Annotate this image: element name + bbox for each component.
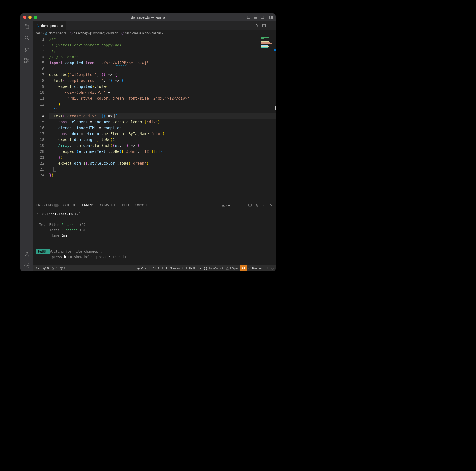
status-spaces[interactable]: Spaces: 2 xyxy=(168,265,185,271)
settings-gear-icon[interactable] xyxy=(24,263,30,269)
svg-point-17 xyxy=(26,265,28,266)
warning-icon xyxy=(51,267,55,270)
test-file-icon xyxy=(45,32,48,35)
maximize-window-button[interactable] xyxy=(34,16,37,19)
panel-tab-debug[interactable]: DEBUG CONSOLE xyxy=(122,204,148,207)
breadcrumb-file[interactable]: dom.spec.ts xyxy=(49,31,66,35)
svg-rect-4 xyxy=(261,16,264,19)
close-panel-icon[interactable] xyxy=(269,203,273,207)
symbol-method-icon xyxy=(70,32,73,35)
editor-area: dom.spec.ts × test › dom.spec.ts › descr… xyxy=(33,21,276,271)
svg-rect-13 xyxy=(24,58,26,60)
new-terminal-button[interactable]: + xyxy=(236,204,238,207)
pass-badge: PASS xyxy=(36,249,50,254)
warning-icon xyxy=(226,267,229,270)
svg-point-8 xyxy=(25,36,28,39)
tab-close-icon[interactable]: × xyxy=(61,24,63,28)
chevron-down-icon[interactable] xyxy=(241,203,245,207)
source-control-icon[interactable] xyxy=(24,46,30,52)
split-terminal-icon[interactable] xyxy=(248,203,252,207)
accounts-icon[interactable] xyxy=(24,251,30,257)
trash-icon[interactable] xyxy=(255,203,259,207)
explorer-icon[interactable] xyxy=(24,24,30,30)
svg-point-10 xyxy=(25,47,26,48)
svg-point-22 xyxy=(272,25,272,26)
status-bell[interactable] xyxy=(269,265,276,271)
tab-label: dom.spec.ts xyxy=(41,24,59,28)
svg-rect-23 xyxy=(222,204,225,206)
customize-layout-icon[interactable] xyxy=(269,15,273,19)
breadcrumb-describe[interactable]: describe('wjCompiler') callback xyxy=(74,31,118,35)
tab-bar: dom.spec.ts × xyxy=(33,21,276,30)
remote-icon xyxy=(35,266,39,270)
status-feedback[interactable] xyxy=(263,265,269,271)
svg-point-12 xyxy=(28,48,29,49)
symbol-method-icon xyxy=(121,32,124,35)
run-icon[interactable] xyxy=(255,24,259,28)
remote-button[interactable] xyxy=(33,265,42,271)
code-content[interactable]: /** * @vitest-environment happy-dom */ /… xyxy=(49,36,276,201)
status-vite[interactable]: Vite xyxy=(136,265,147,271)
extensions-icon[interactable] xyxy=(24,57,30,63)
panel-tab-output[interactable]: OUTPUT xyxy=(63,204,75,207)
breadcrumb-test[interactable]: test('create a div') callback xyxy=(125,31,163,35)
status-language[interactable]: { }TypeScript xyxy=(203,265,225,271)
status-bar: 0 0 1 Vite Ln 14, Co xyxy=(33,265,276,271)
status-encoding[interactable]: UTF-8 xyxy=(185,265,197,271)
chevron-right-icon: › xyxy=(119,31,120,35)
svg-point-16 xyxy=(26,252,28,254)
toggle-secondary-sidebar-icon[interactable] xyxy=(261,15,264,19)
window-title: dom.spec.ts — vanilla xyxy=(131,15,165,19)
terminal-output[interactable]: ✓ test/dom.spec.ts (2) Test Files 2 pass… xyxy=(33,209,276,265)
status-info[interactable]: 1 xyxy=(59,265,67,271)
svg-rect-14 xyxy=(24,61,26,63)
status-prettier[interactable]: Prettier xyxy=(247,265,263,271)
svg-line-9 xyxy=(27,38,29,40)
chevron-right-icon: › xyxy=(67,31,68,35)
svg-point-31 xyxy=(138,268,139,269)
info-icon xyxy=(60,267,63,270)
problems-badge: 1 xyxy=(54,204,59,207)
code-editor[interactable]: 123456789101112131415161718192021222324 … xyxy=(33,36,276,201)
toggle-primary-sidebar-icon[interactable] xyxy=(247,15,250,19)
split-editor-icon[interactable] xyxy=(262,24,266,28)
status-eol[interactable]: LF xyxy=(196,265,203,271)
close-window-button[interactable] xyxy=(23,16,26,19)
svg-point-11 xyxy=(25,50,26,52)
traffic-lights xyxy=(23,16,37,19)
status-spell[interactable]: 1 Spell xyxy=(225,265,240,271)
terminal-shell-label[interactable]: node xyxy=(222,203,233,207)
vscode-window: dom.spec.ts — vanilla dom.spec.ts xyxy=(20,13,276,271)
status-copilot[interactable] xyxy=(240,265,247,271)
svg-rect-0 xyxy=(247,16,250,19)
svg-rect-15 xyxy=(27,60,29,61)
overview-ruler[interactable] xyxy=(274,36,276,201)
status-errors[interactable]: 0 xyxy=(42,265,50,271)
toggle-panel-icon[interactable] xyxy=(254,15,257,19)
activity-bar xyxy=(20,21,33,271)
panel-tab-problems[interactable]: PROBLEMS1 xyxy=(36,204,59,207)
feedback-icon xyxy=(265,267,268,270)
svg-point-21 xyxy=(271,25,271,26)
panel-tabs: PROBLEMS1 OUTPUT TERMINAL COMMENTS DEBUG… xyxy=(33,201,276,209)
line-gutter: 123456789101112131415161718192021222324 xyxy=(33,36,49,201)
target-icon xyxy=(137,267,140,270)
panel-tab-terminal[interactable]: TERMINAL xyxy=(80,203,95,207)
svg-point-29 xyxy=(61,267,62,268)
breadcrumb-folder[interactable]: test xyxy=(36,31,41,35)
search-icon[interactable] xyxy=(24,35,30,41)
more-actions-icon[interactable] xyxy=(269,24,273,28)
tab-dom-spec[interactable]: dom.spec.ts × xyxy=(33,21,66,30)
chevron-right-icon: › xyxy=(42,31,44,35)
bottom-panel: PROBLEMS1 OUTPUT TERMINAL COMMENTS DEBUG… xyxy=(33,201,276,265)
minimize-window-button[interactable] xyxy=(28,16,32,19)
chevron-up-icon[interactable] xyxy=(262,203,266,207)
breadcrumb[interactable]: test › dom.spec.ts › describe('wjCompile… xyxy=(33,30,276,36)
svg-rect-2 xyxy=(254,16,257,19)
status-warnings[interactable]: 0 xyxy=(50,265,58,271)
bell-icon xyxy=(271,267,274,270)
copilot-icon xyxy=(242,266,246,270)
svg-rect-6 xyxy=(269,16,271,19)
panel-tab-comments[interactable]: COMMENTS xyxy=(100,204,117,207)
status-cursor[interactable]: Ln 14, Col 31 xyxy=(147,265,168,271)
